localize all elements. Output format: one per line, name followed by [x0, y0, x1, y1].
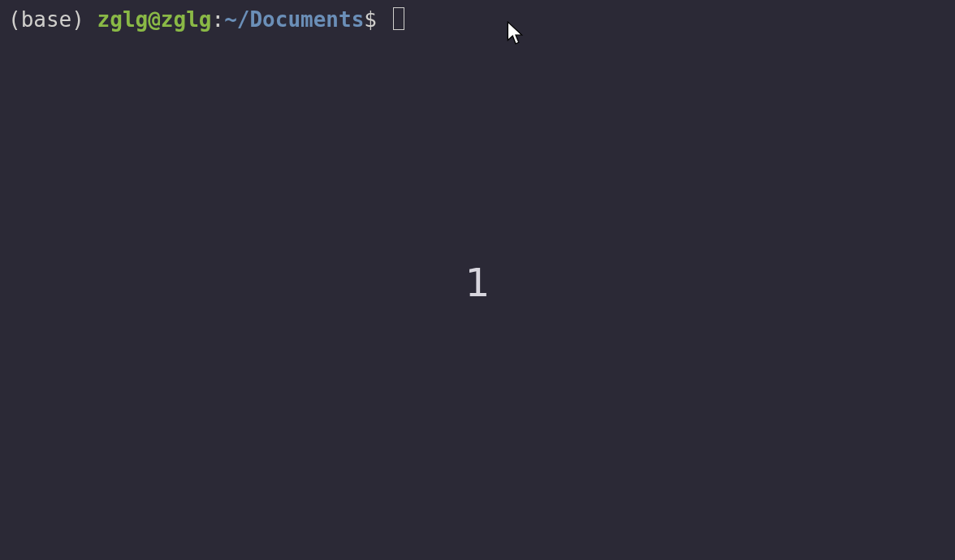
user-host: zglg@zglg	[97, 6, 212, 34]
prompt-dollar: $	[364, 6, 389, 34]
conda-env-prefix: (base)	[8, 6, 97, 34]
workspace-indicator: 1	[465, 260, 490, 305]
prompt-line: (base) zglg@zglg:~/Documents$	[8, 6, 947, 34]
current-path: ~/Documents	[224, 6, 364, 34]
terminal-area[interactable]: (base) zglg@zglg:~/Documents$ 1	[0, 0, 955, 560]
prompt-colon: :	[211, 6, 224, 34]
terminal-cursor	[393, 7, 404, 30]
